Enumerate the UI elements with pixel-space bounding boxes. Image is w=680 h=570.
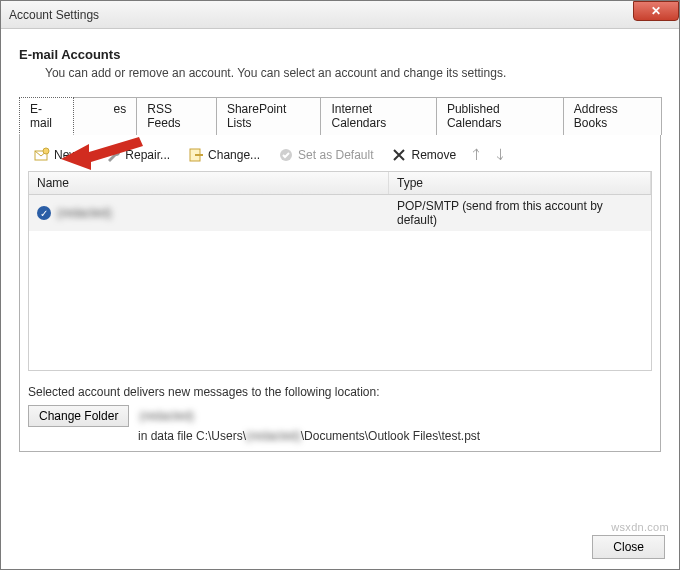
change-label: Change... [208,148,260,162]
svg-point-3 [113,149,119,155]
tab-rss-feeds[interactable]: RSS Feeds [136,97,217,135]
repair-label: Repair... [125,148,170,162]
window-close-button[interactable]: ✕ [633,1,679,21]
accounts-list[interactable]: Name Type ✓ (redacted) POP/SMTP (send fr… [28,171,652,371]
account-name: (redacted) [57,206,112,220]
set-default-button: Set as Default [274,145,377,165]
new-icon [34,147,50,163]
path-prefix: in data file C:\Users\ [138,429,246,443]
window-title: Account Settings [9,8,99,22]
account-type-cell: POP/SMTP (send from this account by defa… [389,195,651,231]
svg-point-2 [43,148,49,154]
watermark: wsxdn.com [611,521,669,533]
repair-account-button[interactable]: Repair... [101,145,174,165]
section-heading: E-mail Accounts [19,47,661,62]
set-default-label: Set as Default [298,148,373,162]
column-header-name[interactable]: Name [29,172,389,194]
column-header-type[interactable]: Type [389,172,651,194]
change-icon [188,147,204,163]
delivery-info: Selected account delivers new messages t… [28,385,652,443]
path-user: (redacted) [246,429,301,443]
change-folder-button[interactable]: Change Folder [28,405,129,427]
tab-internet-calendars[interactable]: Internet Calendars [320,97,436,135]
account-row[interactable]: ✓ (redacted) POP/SMTP (send from this ac… [29,195,651,231]
repair-icon [105,147,121,163]
path-suffix: \Documents\Outlook Files\test.pst [301,429,480,443]
close-dialog-button[interactable]: Close [592,535,665,559]
delivery-label: Selected account delivers new messages t… [28,385,652,399]
check-circle-icon [278,147,294,163]
delivery-path: in data file C:\Users\(redacted)\Documen… [138,429,652,443]
tab-sharepoint-lists[interactable]: SharePoint Lists [216,97,322,135]
section-subtitle: You can add or remove an account. You ca… [45,66,661,80]
svg-rect-5 [195,154,203,156]
titlebar: Account Settings ✕ [1,1,679,29]
remove-label: Remove [411,148,456,162]
tab-email[interactable]: E-mail [19,97,74,135]
account-settings-window: Account Settings ✕ E-mail Accounts You c… [0,0,680,570]
tab-panel-email: New... Repair... Change... [19,135,661,452]
dialog-footer: Close [592,535,665,559]
new-account-button[interactable]: New... [30,145,91,165]
list-header: Name Type [29,172,651,195]
tab-data-files[interactable]: es [73,97,138,135]
new-label: New... [54,148,87,162]
delivery-folder-name: (redacted) [139,409,194,423]
change-account-button[interactable]: Change... [184,145,264,165]
default-account-icon: ✓ [37,206,51,220]
tab-bar: E-mail es RSS Feeds SharePoint Lists Int… [19,96,661,135]
remove-account-button[interactable]: Remove [387,145,460,165]
account-name-cell: ✓ (redacted) [29,202,389,224]
tab-address-books[interactable]: Address Books [563,97,662,135]
accounts-toolbar: New... Repair... Change... [28,141,652,171]
move-up-button: 🡑 [470,147,484,163]
dialog-content: E-mail Accounts You can add or remove an… [1,29,679,569]
move-down-button: 🡓 [494,147,508,163]
tab-published-calendars[interactable]: Published Calendars [436,97,564,135]
remove-icon [391,147,407,163]
close-icon: ✕ [651,4,661,18]
